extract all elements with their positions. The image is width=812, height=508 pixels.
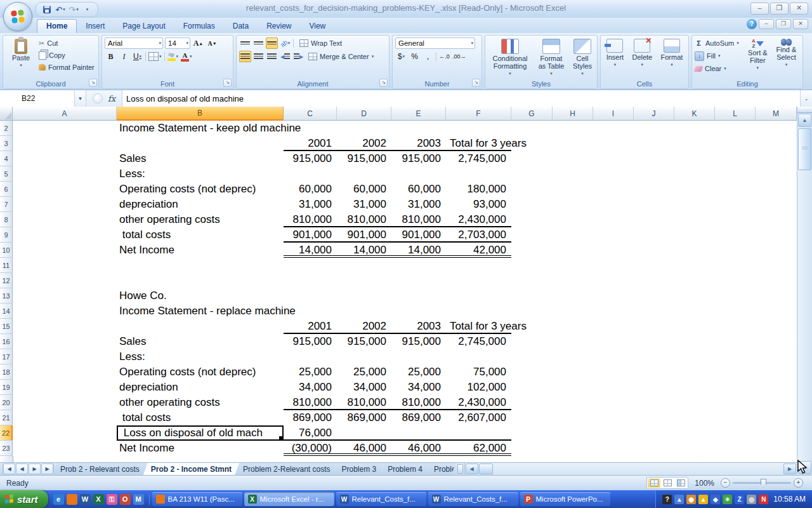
font-name-combo[interactable]: Arial▾ xyxy=(105,37,163,49)
cell-L9[interactable] xyxy=(715,227,756,243)
cell-F5[interactable] xyxy=(446,166,511,182)
cell-K10[interactable] xyxy=(674,243,715,258)
column-header-J[interactable]: J xyxy=(634,107,674,121)
insert-function-button[interactable]: fx xyxy=(108,94,115,104)
cell-I15[interactable] xyxy=(593,319,634,334)
cell-G3[interactable] xyxy=(511,136,553,151)
cell-B12[interactable] xyxy=(117,273,284,288)
cell-A5[interactable] xyxy=(13,166,117,182)
cell-F23[interactable]: 62,000 xyxy=(446,441,511,456)
office-button[interactable] xyxy=(3,2,32,31)
cell-L5[interactable] xyxy=(715,166,756,182)
cell-K5[interactable] xyxy=(674,166,715,182)
ribbon-tab-view[interactable]: View xyxy=(300,20,334,33)
cell-C4[interactable]: 915,000 xyxy=(284,151,337,166)
cell-E13[interactable] xyxy=(391,288,446,304)
cell-J12[interactable] xyxy=(634,273,674,288)
next-sheet-button[interactable]: ▶ xyxy=(29,464,41,474)
cell-F11[interactable] xyxy=(446,258,511,273)
cell-M22[interactable] xyxy=(756,425,797,441)
row-header-11[interactable]: 11 xyxy=(0,258,13,273)
font-color-button[interactable]: A▾ xyxy=(180,51,193,62)
cell-B9[interactable]: total costs xyxy=(117,227,284,243)
scroll-up-button[interactable]: ▲ xyxy=(798,114,811,127)
bold-button[interactable]: B xyxy=(105,51,117,62)
cell-A19[interactable] xyxy=(13,380,117,395)
cell-D15[interactable]: 2002 xyxy=(337,319,391,334)
cell-F14[interactable] xyxy=(446,304,511,319)
row-header-23[interactable]: 23 xyxy=(0,441,13,456)
row-header-15[interactable]: 15 xyxy=(0,319,13,334)
cell-B17[interactable]: Less: xyxy=(117,349,284,364)
cell-L14[interactable] xyxy=(715,304,756,319)
ribbon-tab-data[interactable]: Data xyxy=(224,20,258,33)
cell-J16[interactable] xyxy=(634,334,674,349)
cell-A15[interactable] xyxy=(13,319,117,334)
row-header-16[interactable]: 16 xyxy=(0,334,13,349)
cell-F12[interactable] xyxy=(446,273,511,288)
cell-J15[interactable] xyxy=(634,319,674,334)
cell-G5[interactable] xyxy=(511,166,553,182)
align-right-button[interactable] xyxy=(266,51,278,62)
cell-I6[interactable] xyxy=(593,182,634,197)
cell-H3[interactable] xyxy=(553,136,593,151)
cell-F6[interactable]: 180,000 xyxy=(446,182,511,197)
cell-C9[interactable]: 901,000 xyxy=(284,227,337,243)
cell-I9[interactable] xyxy=(593,227,634,243)
cell-H11[interactable] xyxy=(553,258,593,273)
column-header-G[interactable]: G xyxy=(511,107,553,121)
cell-G16[interactable] xyxy=(511,334,553,349)
minimize-button[interactable]: – xyxy=(750,3,769,15)
format-as-table-button[interactable]: Format as Table▾ xyxy=(535,37,568,79)
name-box-dropdown[interactable]: ▼ xyxy=(75,90,86,107)
cell-L23[interactable] xyxy=(715,441,756,456)
orientation-button[interactable]: ab▾ xyxy=(279,37,291,49)
cell-F21[interactable]: 2,607,000 xyxy=(446,410,511,425)
horizontal-scrollbar[interactable]: ◀ ▶ xyxy=(464,463,797,475)
cell-A18[interactable] xyxy=(13,364,117,380)
cell-G11[interactable] xyxy=(511,258,553,273)
cell-I3[interactable] xyxy=(593,136,634,151)
cell-E11[interactable] xyxy=(391,258,446,273)
cell-D16[interactable]: 915,000 xyxy=(337,334,391,349)
cell-G18[interactable] xyxy=(511,364,553,380)
cell-A23[interactable] xyxy=(13,441,117,456)
number-dialog-launcher[interactable]: ↘ xyxy=(472,79,480,87)
cell-H18[interactable] xyxy=(553,364,593,380)
tray-speaker-icon[interactable]: ◎ xyxy=(747,495,756,504)
wrap-text-button[interactable]: Wrap Text xyxy=(299,37,342,49)
scroll-left-button[interactable]: ◀ xyxy=(466,464,478,474)
increase-decimal-button[interactable]: ←.0 xyxy=(438,51,450,62)
split-handle[interactable] xyxy=(797,107,812,113)
page-break-view-button[interactable] xyxy=(674,478,687,488)
cell-M3[interactable] xyxy=(756,136,797,151)
cell-K8[interactable] xyxy=(674,212,715,227)
cell-I11[interactable] xyxy=(593,258,634,273)
cell-M18[interactable] xyxy=(756,364,797,380)
cell-H17[interactable] xyxy=(553,349,593,364)
cell-A9[interactable] xyxy=(13,227,117,243)
internet-explorer-icon[interactable]: e xyxy=(53,494,64,505)
percent-style-button[interactable]: % xyxy=(409,51,421,62)
row-header-20[interactable]: 20 xyxy=(0,395,13,410)
cell-M19[interactable] xyxy=(756,380,797,395)
cell-E6[interactable]: 60,000 xyxy=(391,182,446,197)
cell-H5[interactable] xyxy=(553,166,593,182)
cell-H13[interactable] xyxy=(553,288,593,304)
sheet-tab-prob-2-income-stmnt[interactable]: Prob 2 - Income Stmnt xyxy=(143,463,239,475)
cell-F4[interactable]: 2,745,000 xyxy=(446,151,511,166)
cell-D18[interactable]: 25,000 xyxy=(337,364,391,380)
cell-C23[interactable]: (30,000) xyxy=(284,441,337,456)
cell-B21[interactable]: total costs xyxy=(117,410,284,425)
cell-G20[interactable] xyxy=(511,395,553,410)
cell-F9[interactable]: 2,703,000 xyxy=(446,227,511,243)
cell-I22[interactable] xyxy=(593,425,634,441)
formula-bar-expand-button[interactable]: ⌄ xyxy=(800,90,812,107)
cell-E12[interactable] xyxy=(391,273,446,288)
cell-H12[interactable] xyxy=(553,273,593,288)
cell-D7[interactable]: 31,000 xyxy=(337,197,391,212)
column-header-A[interactable]: A xyxy=(13,107,117,121)
cell-G17[interactable] xyxy=(511,349,553,364)
firefox-icon[interactable] xyxy=(67,494,77,505)
cell-L12[interactable] xyxy=(715,273,756,288)
